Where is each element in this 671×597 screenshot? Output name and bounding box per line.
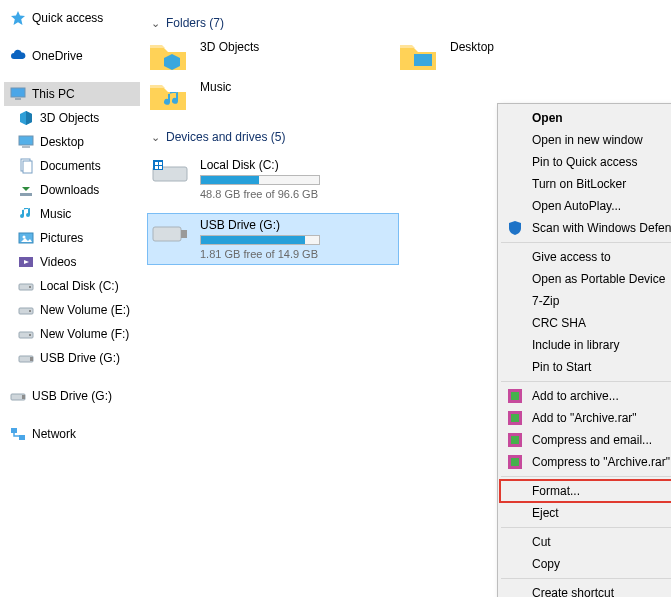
menu-add-archive[interactable]: Add to archive...	[500, 385, 671, 407]
menu-give-access[interactable]: Give access to〉	[500, 246, 671, 268]
menu-portable-device[interactable]: Open as Portable Device	[500, 268, 671, 290]
menu-include-library[interactable]: Include in library〉	[500, 334, 671, 356]
nav-videos[interactable]: Videos	[4, 250, 140, 274]
menu-cut[interactable]: Cut	[500, 531, 671, 553]
drive-icon	[18, 302, 34, 318]
svg-rect-20	[11, 428, 17, 433]
svg-rect-2	[19, 136, 33, 145]
menu-compress-email[interactable]: Compress and email...	[500, 429, 671, 451]
desktop-icon	[18, 134, 34, 150]
nav-tree: Quick access OneDrive This PC 3D Objects…	[0, 0, 140, 597]
svg-rect-27	[155, 166, 158, 169]
nav-new-volume-f[interactable]: New Volume (F:)	[4, 322, 140, 346]
nav-usb-drive-b[interactable]: USB Drive (G:)	[4, 384, 140, 408]
svg-rect-30	[181, 230, 187, 238]
folder-3d-objects[interactable]: 3D Objects	[148, 40, 398, 74]
menu-copy[interactable]: Copy	[500, 553, 671, 575]
svg-rect-26	[159, 162, 162, 165]
svg-point-11	[29, 286, 31, 288]
svg-rect-0	[11, 88, 25, 97]
folder-label: Music	[200, 80, 231, 94]
menu-bitlocker[interactable]: Turn on BitLocker	[500, 173, 671, 195]
capacity-bar	[200, 235, 320, 245]
winrar-icon	[506, 453, 524, 471]
folder-desktop[interactable]: Desktop	[398, 40, 648, 74]
folder-music[interactable]: Music	[148, 80, 398, 114]
drive-name: Local Disk (C:)	[200, 158, 320, 172]
nav-documents[interactable]: Documents	[4, 154, 140, 178]
nav-label: Downloads	[40, 183, 99, 197]
context-menu: Open Open in new window Pin to Quick acc…	[497, 103, 671, 597]
menu-pin-start[interactable]: Pin to Start	[500, 356, 671, 378]
cube-icon	[18, 110, 34, 126]
nav-usb-drive-a[interactable]: USB Drive (G:)	[4, 346, 140, 370]
star-icon	[10, 10, 26, 26]
nav-label: New Volume (E:)	[40, 303, 130, 317]
svg-rect-29	[153, 227, 181, 241]
menu-format[interactable]: Format...	[500, 480, 671, 502]
menu-pin-quick-access[interactable]: Pin to Quick access	[500, 151, 671, 173]
drive-local-disk[interactable]: Local Disk (C:) 48.8 GB free of 96.6 GB	[148, 154, 398, 204]
network-icon	[10, 426, 26, 442]
nav-desktop[interactable]: Desktop	[4, 130, 140, 154]
winrar-icon	[506, 387, 524, 405]
nav-downloads[interactable]: Downloads	[4, 178, 140, 202]
svg-rect-17	[30, 357, 33, 361]
menu-open[interactable]: Open	[500, 107, 671, 129]
drive-icon	[18, 326, 34, 342]
usb-icon	[18, 350, 34, 366]
folder-label: 3D Objects	[200, 40, 259, 54]
shield-icon	[506, 219, 524, 237]
nav-label: This PC	[32, 87, 75, 101]
svg-rect-19	[22, 395, 25, 399]
nav-pictures[interactable]: Pictures	[4, 226, 140, 250]
menu-defender[interactable]: Scan with Windows Defender...	[500, 217, 671, 239]
folder-label: Desktop	[450, 40, 494, 54]
nav-label: OneDrive	[32, 49, 83, 63]
svg-rect-28	[159, 166, 162, 169]
nav-onedrive[interactable]: OneDrive	[4, 44, 140, 68]
svg-rect-5	[23, 161, 32, 173]
menu-add-archive-rar[interactable]: Add to "Archive.rar"	[500, 407, 671, 429]
download-icon	[18, 182, 34, 198]
nav-3d-objects[interactable]: 3D Objects	[4, 106, 140, 130]
svg-rect-6	[20, 193, 32, 196]
winrar-icon	[506, 431, 524, 449]
nav-label: USB Drive (G:)	[32, 389, 112, 403]
svg-rect-32	[511, 392, 519, 400]
nav-label: Pictures	[40, 231, 83, 245]
nav-new-volume-e[interactable]: New Volume (E:)	[4, 298, 140, 322]
menu-create-shortcut[interactable]: Create shortcut	[500, 582, 671, 597]
svg-point-13	[29, 310, 31, 312]
drive-usb[interactable]: USB Drive (G:) 1.81 GB free of 14.9 GB	[148, 214, 398, 264]
nav-quick-access[interactable]: Quick access	[4, 6, 140, 30]
nav-this-pc[interactable]: This PC	[4, 82, 140, 106]
nav-network[interactable]: Network	[4, 422, 140, 446]
nav-local-disk[interactable]: Local Disk (C:)	[4, 274, 140, 298]
menu-compress-rar-email[interactable]: Compress to "Archive.rar" and email	[500, 451, 671, 473]
menu-eject[interactable]: Eject	[500, 502, 671, 524]
svg-rect-22	[414, 54, 432, 66]
main-pane: ⌄ Folders (7) 3D Objects Desktop Music ⌄…	[140, 0, 671, 597]
section-folders-header[interactable]: ⌄ Folders (7)	[148, 16, 671, 30]
svg-point-15	[29, 334, 31, 336]
pictures-icon	[18, 230, 34, 246]
menu-7zip[interactable]: 7-Zip〉	[500, 290, 671, 312]
menu-crc-sha[interactable]: CRC SHA〉	[500, 312, 671, 334]
drive-icon	[150, 158, 190, 186]
svg-rect-3	[22, 146, 30, 148]
menu-autoplay[interactable]: Open AutoPlay...	[500, 195, 671, 217]
svg-rect-25	[155, 162, 158, 165]
nav-label: 3D Objects	[40, 111, 99, 125]
section-title: Devices and drives (5)	[166, 130, 285, 144]
usb-icon	[10, 388, 26, 404]
svg-rect-1	[15, 98, 21, 100]
drive-name: USB Drive (G:)	[200, 218, 320, 232]
menu-open-new-window[interactable]: Open in new window	[500, 129, 671, 151]
nav-label: USB Drive (G:)	[40, 351, 120, 365]
nav-label: Videos	[40, 255, 76, 269]
folder-icon	[148, 40, 188, 74]
svg-rect-38	[511, 458, 519, 466]
usb-icon	[150, 218, 190, 246]
nav-music[interactable]: Music	[4, 202, 140, 226]
